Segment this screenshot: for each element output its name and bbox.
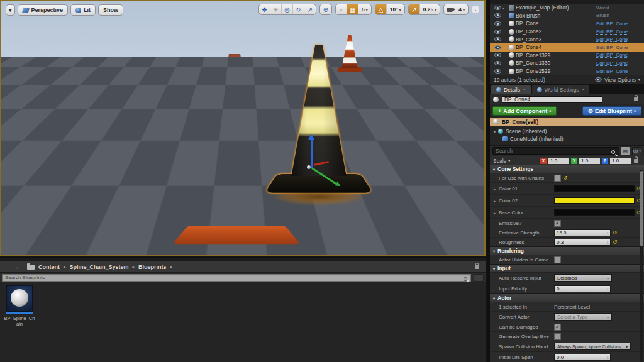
close-icon[interactable]: × [582,87,585,92]
roughness-spinbox[interactable]: 0.3 ↕ [554,239,611,246]
scale-snap-value[interactable]: 0.25 ▾ [420,6,440,13]
details-search-input[interactable] [492,147,619,155]
visibility-eye-icon[interactable] [492,6,502,10]
expand-caret-icon[interactable]: ▾ [494,129,496,134]
outliner-row-bp-cone1329[interactable]: BP_Cone1329 Edit BP_Cone [490,52,644,60]
gizmo-z-axis[interactable] [311,139,313,168]
breadcrumb-blueprints[interactable]: Blueprints [138,264,167,270]
actor-name[interactable]: BP_Cone4 [516,44,596,50]
visibility-eye-icon[interactable] [492,53,502,57]
selected-black-cone[interactable] [268,45,369,214]
lock-icon[interactable] [634,97,638,101]
reset-icon[interactable]: ↺ [563,175,568,181]
perspective-button[interactable]: Perspective [18,4,69,16]
scale-snap-toggle[interactable]: ↗ [409,4,420,15]
edit-blueprint-button[interactable]: ⚙ Edit Blueprint ▾ [582,106,641,116]
caret-down-icon[interactable]: ▾ [508,158,510,163]
rotate-tool-button[interactable]: ↻ [293,4,304,15]
save-search-button[interactable] [474,274,484,282]
actor-hidden-checkbox[interactable]: ✓ [554,256,561,263]
actor-name[interactable]: Example_Map (Editor) [516,4,596,11]
caret-right-icon[interactable]: ▸ [133,265,135,270]
back-arrow-icon[interactable]: ← [4,264,9,270]
section-cone-settings[interactable]: ▾ Cone Settings [490,165,644,173]
scale-z-field[interactable]: 1.0 [610,158,631,164]
display-filter-button[interactable]: ▾ [632,147,641,155]
caret-right-icon[interactable]: ▸ [494,187,499,191]
outliner-row-bp-cone4-selected[interactable]: BP_Cone4 Edit BP_Cone [490,43,644,52]
caret-right-icon[interactable]: ▸ [170,265,173,270]
actor-name[interactable]: BP_Cone1329 [516,52,596,58]
edit-blueprint-link[interactable]: Edit BP_Cone [596,52,641,58]
component-row-self[interactable]: BP_Cone(self) [490,118,644,126]
asset-grid[interactable]: BP_Spline_Chain [0,282,486,362]
emissive-checkbox-checked[interactable]: ✓ [554,220,561,227]
emissive-strength-spinbox[interactable]: 15.0 ↕ [554,229,611,236]
chains-checkbox[interactable]: ✓ [554,175,561,182]
caret-right-icon[interactable]: ▸ [494,199,499,203]
actor-name[interactable]: Box Brush [516,13,596,19]
breadcrumb-spline-chain-system[interactable]: Spline_Chain_System [70,264,129,270]
edit-blueprint-link[interactable]: Edit BP_Cone [596,29,641,35]
world-local-toggle[interactable]: ⊕ [320,4,331,15]
asset-bp-spline-chain[interactable]: BP_Spline_Chain [4,285,35,327]
content-search-input[interactable] [2,274,471,282]
viewport-options-button[interactable]: ▾ [6,4,15,16]
outliner-row-bp-cone[interactable]: BP_Cone Edit BP_Cone [490,19,644,28]
tab-details[interactable]: Details × [491,85,531,94]
reset-icon[interactable]: ↺ [613,230,618,236]
actor-name[interactable]: BP_Cone3 [516,36,596,43]
lock-icon[interactable] [475,265,479,269]
edit-blueprint-link[interactable]: Edit BP_Cone [596,45,641,50]
can-be-damaged-checkbox-checked[interactable]: ✓ [554,324,561,331]
initial-life-span-spinbox[interactable]: 0.0 ↕ [554,354,611,361]
show-button[interactable]: Show [98,4,123,16]
lit-mode-button[interactable]: Lit [70,4,96,16]
reset-icon[interactable]: ↺ [613,239,618,245]
edit-blueprint-link[interactable]: Edit BP_Cone [596,60,641,66]
edit-blueprint-link[interactable]: Edit BP_Cone [596,69,641,74]
convert-actor-dropdown[interactable]: Select a Type ▾ [554,313,612,321]
camera-speed-value[interactable]: 4 ▾ [455,6,468,13]
select-tool-button[interactable]: ✳ [270,4,282,15]
scale-label[interactable]: Scale [493,158,506,164]
scale-x-field[interactable]: 1.0 [548,158,569,164]
actor-name[interactable]: BP_Cone1330 [516,60,596,66]
color01-swatch[interactable] [554,185,635,192]
gizmo-origin[interactable] [307,165,311,169]
visibility-eye-icon[interactable] [492,61,502,65]
view-options-button[interactable]: View Options ▾ [595,77,640,83]
expand-caret-icon[interactable]: ▾ [502,6,508,10]
generate-overlap-checkbox[interactable]: ✓ [554,333,561,340]
camera-speed-button[interactable] [444,4,455,15]
input-priority-spinbox[interactable]: 0 ↕ [554,285,611,292]
edit-blueprint-link[interactable]: Edit BP_Cone [596,21,641,26]
close-icon[interactable]: × [523,87,526,92]
tab-world-settings[interactable]: World Settings × [532,85,590,94]
outliner-row-bp-cone1330[interactable]: BP_Cone1330 Edit BP_Cone [490,59,644,67]
section-input[interactable]: ▾ Input [490,264,644,272]
visibility-eye-icon[interactable] [492,37,502,41]
rotate-mode-button[interactable]: ◎ [282,4,293,15]
property-matrix-button[interactable]: ▤ [621,147,630,155]
outliner-row-bp-cone1529[interactable]: BP_Cone1529 Edit BP_Cone [490,67,644,75]
add-component-button[interactable]: + Add Component ▾ [492,106,557,116]
actor-name[interactable]: BP_Cone1529 [516,68,596,74]
level-name[interactable]: Example_Map (Persistent) [411,245,478,251]
lock-icon[interactable] [634,159,638,163]
visibility-eye-icon[interactable] [492,45,502,50]
grid-snap-toggle[interactable]: ▦ [347,4,358,15]
color02-swatch[interactable] [554,197,635,204]
actor-name[interactable]: BP_Cone [516,20,596,26]
surface-snap-button[interactable]: ▿ [336,4,347,15]
component-row-scene[interactable]: ▾ Scene (Inherited) [490,128,644,135]
rotation-snap-toggle[interactable]: △ [375,4,387,15]
breadcrumb-content[interactable]: Content [38,264,60,270]
level-viewport[interactable]: Level: Example_Map (Persistent) ▾ Perspe… [0,0,486,256]
move-tool-button[interactable]: ✥ [259,4,270,15]
details-scrollbar[interactable] [640,170,643,362]
outliner-row-bp-cone3[interactable]: BP_Cone3 Edit BP_Cone [490,35,644,43]
toolbar-collapse-button[interactable]: - [472,6,479,13]
visibility-eye-icon[interactable] [492,21,502,26]
visibility-eye-icon[interactable] [492,30,502,34]
